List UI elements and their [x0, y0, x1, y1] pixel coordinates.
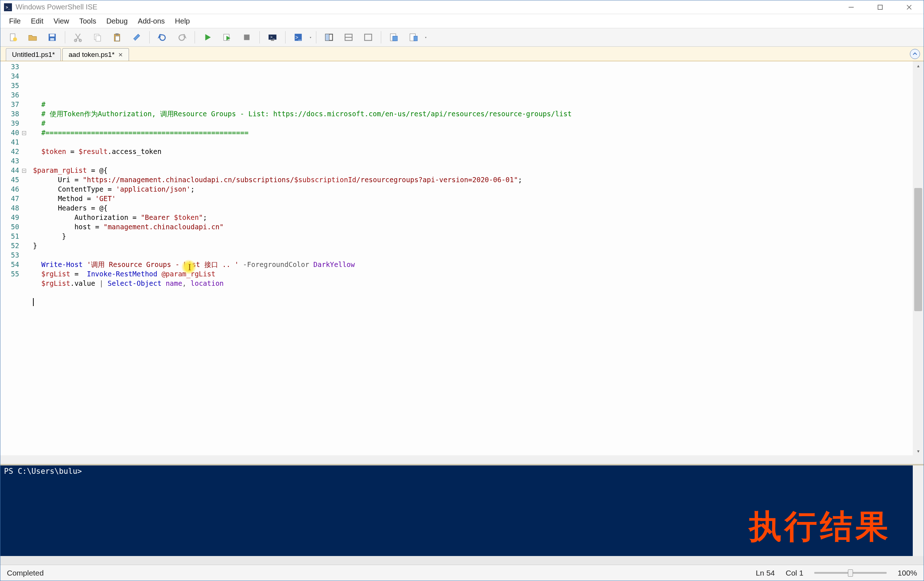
- expand-script-button[interactable]: [910, 49, 920, 59]
- menu-view[interactable]: View: [49, 15, 74, 28]
- paste-button[interactable]: [108, 30, 126, 44]
- show-command-button[interactable]: [385, 30, 403, 44]
- redo-button[interactable]: [173, 30, 191, 44]
- file-tab-2[interactable]: aad token.ps1* ✕: [62, 48, 129, 61]
- menu-debug[interactable]: Debug: [101, 15, 133, 28]
- scroll-down-arrow[interactable]: ▾: [913, 447, 924, 455]
- fold-toggle[interactable]: −: [22, 169, 26, 173]
- svg-rect-15: [116, 36, 120, 41]
- status-line: Ln 54: [756, 569, 775, 578]
- editor-pane[interactable]: 3334353637383940414243444546474849505152…: [0, 61, 924, 455]
- file-tab-1[interactable]: Untitled1.ps1*: [6, 48, 61, 61]
- code-area[interactable]: I # # 使用Token作为Authorization, 调用Resource…: [33, 61, 924, 455]
- run-selection-button[interactable]: [218, 30, 236, 44]
- status-zoom: 100%: [898, 569, 917, 578]
- horizontal-scrollbar[interactable]: [0, 455, 924, 464]
- close-button[interactable]: [902, 2, 916, 13]
- new-button[interactable]: [4, 30, 22, 44]
- console-pane[interactable]: PS C:\Users\bulu> 执行结果: [0, 466, 924, 556]
- menubar: File Edit View Tools Debug Add-ons Help: [0, 14, 924, 28]
- stop-button[interactable]: [238, 30, 256, 44]
- toolbar-sep-2: [149, 31, 150, 43]
- menu-file[interactable]: File: [4, 15, 26, 28]
- ps-dropdown[interactable]: ▾: [309, 36, 312, 39]
- file-tab-1-label: Untitled1.ps1*: [12, 51, 55, 59]
- remote-button[interactable]: >_: [264, 30, 282, 44]
- scroll-up-arrow[interactable]: ▴: [913, 61, 924, 70]
- svg-text:>_: >_: [270, 35, 275, 39]
- zoom-thumb[interactable]: [848, 569, 853, 577]
- svg-rect-28: [365, 34, 372, 40]
- toolbar-sep-3: [195, 31, 195, 43]
- save-button[interactable]: [43, 30, 61, 44]
- close-icon[interactable]: ✕: [118, 51, 123, 58]
- toolbar-sep-1: [65, 31, 65, 43]
- toolbar-sep-4: [259, 31, 260, 43]
- console-vertical-scrollbar[interactable]: [913, 466, 924, 556]
- svg-rect-7: [50, 34, 55, 36]
- layout-script-button[interactable]: [359, 30, 377, 44]
- fold-gutter[interactable]: − −: [22, 61, 33, 455]
- titlebar: >_ Windows PowerShell ISE: [0, 0, 924, 14]
- status-left: Completed: [7, 569, 44, 578]
- cut-button[interactable]: [69, 30, 87, 44]
- menu-help[interactable]: Help: [170, 15, 195, 28]
- svg-rect-25: [325, 34, 329, 40]
- svg-rect-19: [271, 40, 274, 41]
- scroll-thumb[interactable]: [914, 188, 922, 311]
- fold-toggle[interactable]: −: [22, 131, 26, 135]
- console-prompt: PS C:\Users\bulu>: [4, 467, 920, 476]
- undo-button[interactable]: [153, 30, 172, 44]
- menu-tools[interactable]: Tools: [74, 15, 101, 28]
- powershell-button[interactable]: >_: [289, 30, 307, 44]
- maximize-button[interactable]: [873, 2, 888, 13]
- addons-dropdown[interactable]: ▾: [424, 36, 427, 39]
- svg-point-5: [13, 37, 17, 41]
- text-cursor: [33, 298, 34, 306]
- zoom-slider[interactable]: [814, 572, 887, 574]
- status-right: Ln 54 Col 1 100%: [756, 569, 917, 578]
- show-addons-button[interactable]: [404, 30, 422, 44]
- svg-rect-30: [393, 36, 398, 41]
- statusbar: Completed Ln 54 Col 1 100%: [0, 565, 924, 581]
- svg-rect-14: [116, 33, 119, 35]
- toolbar: >_ >_ ▾ ▾: [0, 28, 924, 47]
- svg-rect-1: [878, 5, 882, 10]
- layout-top-button[interactable]: [340, 30, 358, 44]
- console-horizontal-scrollbar[interactable]: [0, 556, 924, 565]
- powershell-icon: >_: [4, 3, 12, 11]
- window-title: Windows PowerShell ISE: [16, 3, 844, 11]
- line-gutter: 3334353637383940414243444546474849505152…: [0, 61, 22, 455]
- text-cursor-icon: I: [188, 263, 191, 272]
- file-tab-row: Untitled1.ps1* aad token.ps1* ✕: [0, 47, 924, 61]
- window-buttons: [844, 2, 916, 13]
- menu-edit[interactable]: Edit: [26, 15, 48, 28]
- svg-text:>_: >_: [295, 35, 301, 40]
- copy-button[interactable]: [88, 30, 107, 44]
- toolbar-sep-6: [316, 31, 316, 43]
- svg-rect-12: [96, 36, 101, 41]
- menu-addons[interactable]: Add-ons: [133, 15, 170, 28]
- status-col: Col 1: [785, 569, 804, 578]
- svg-rect-8: [50, 38, 54, 41]
- toolbar-sep-5: [285, 31, 285, 43]
- vertical-scrollbar[interactable]: ▴ ▾: [913, 61, 924, 455]
- overlay-label: 执行结果: [749, 505, 891, 549]
- toolbar-sep-7: [381, 31, 381, 43]
- layout-side-button[interactable]: [320, 30, 338, 44]
- minimize-button[interactable]: [844, 2, 858, 13]
- svg-rect-32: [414, 36, 417, 41]
- run-button[interactable]: [198, 30, 217, 44]
- clear-button[interactable]: [127, 30, 146, 44]
- file-tab-2-label: aad token.ps1*: [68, 51, 114, 59]
- open-button[interactable]: [23, 30, 42, 44]
- svg-rect-17: [244, 35, 249, 40]
